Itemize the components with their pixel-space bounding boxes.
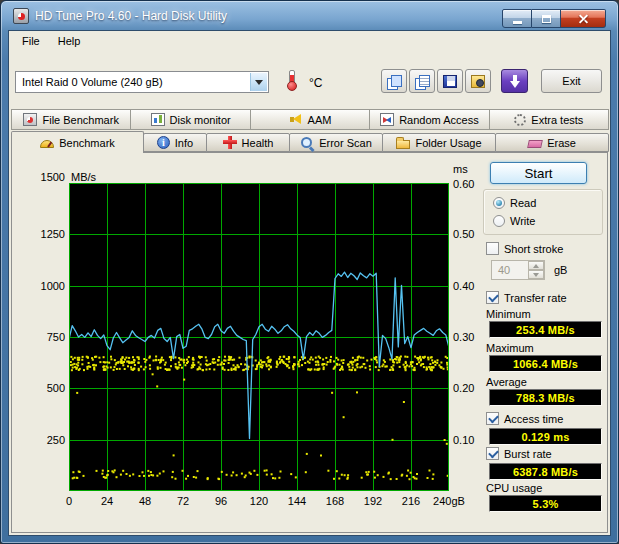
tab-info[interactable]: Info	[143, 133, 207, 152]
burst-rate-checkbox-control[interactable]	[486, 447, 499, 460]
write-radio-label: Write	[510, 215, 535, 227]
benchmark-icon	[40, 140, 54, 148]
tab-error-scan[interactable]: Error Scan	[289, 133, 383, 152]
window-title: HD Tune Pro 4.60 - Hard Disk Utility	[35, 9, 227, 23]
tab-label: Benchmark	[59, 137, 115, 149]
burst-rate-value: 6387.8 MB/s	[489, 463, 602, 480]
access-time-label: Access time	[504, 413, 563, 425]
minimize-icon	[513, 21, 522, 24]
access-time-checkbox-control[interactable]	[486, 412, 499, 425]
write-radio-control[interactable]	[493, 215, 505, 227]
average-value: 788.3 MB/s	[489, 389, 602, 406]
window: HD Tune Pro 4.60 - Hard Disk Utility Fil…	[0, 0, 619, 544]
read-radio-control[interactable]	[493, 197, 505, 209]
caption-buttons	[502, 9, 606, 28]
title-bar: HD Tune Pro 4.60 - Hard Disk Utility	[1, 1, 618, 31]
benchmark-control-panel: Start Read Write Short stroke 40 gB	[9, 31, 610, 535]
maximize-icon	[542, 15, 551, 23]
stepper-down-icon[interactable]	[528, 270, 544, 279]
write-radio[interactable]: Write	[493, 215, 535, 227]
tab-health[interactable]: Health	[206, 133, 290, 152]
mode-group	[483, 189, 603, 235]
maximum-label: Maximum	[486, 342, 534, 354]
tab-folder-usage[interactable]: Folder Usage	[382, 133, 496, 152]
access-time-checkbox[interactable]: Access time	[486, 412, 563, 425]
start-button[interactable]: Start	[490, 162, 587, 184]
average-label: Average	[486, 376, 527, 388]
tab-label: Folder Usage	[415, 137, 481, 149]
client-area: FileHelp Intel Raid 0 Volume (240 gB) °C…	[9, 31, 610, 535]
read-radio-label: Read	[510, 197, 536, 209]
tab-erase[interactable]: Erase	[495, 133, 609, 152]
app-icon	[13, 8, 29, 24]
tab-label: Error Scan	[319, 137, 372, 149]
short-stroke-checkbox-control[interactable]	[486, 242, 499, 255]
maximum-value: 1066.4 MB/s	[489, 355, 602, 372]
cpu-usage-value: 5.3%	[489, 495, 602, 512]
transfer-rate-checkbox-control[interactable]	[486, 291, 499, 304]
short-stroke-size-value: 40	[498, 264, 510, 276]
short-stroke-checkbox[interactable]: Short stroke	[486, 242, 563, 255]
short-stroke-size-stepper[interactable]	[528, 261, 544, 279]
folder-usage-icon	[396, 140, 410, 149]
minimum-label: Minimum	[486, 308, 531, 320]
short-stroke-unit-label: gB	[554, 264, 567, 276]
access-time-value: 0.129 ms	[489, 428, 602, 445]
minimize-button[interactable]	[502, 9, 532, 28]
transfer-rate-checkbox[interactable]: Transfer rate	[486, 291, 567, 304]
health-icon	[223, 136, 237, 149]
minimum-value: 253.4 MB/s	[489, 321, 602, 338]
burst-rate-checkbox[interactable]: Burst rate	[486, 447, 552, 460]
tab-label: Info	[175, 137, 193, 149]
tab-benchmark[interactable]: Benchmark	[11, 131, 144, 153]
tab-label: Erase	[547, 137, 576, 149]
error-scan-icon	[300, 136, 314, 149]
maximize-button[interactable]	[532, 9, 561, 28]
short-stroke-label: Short stroke	[504, 243, 563, 255]
transfer-rate-label: Transfer rate	[504, 292, 567, 304]
cpu-usage-label: CPU usage	[486, 482, 542, 494]
close-button[interactable]	[561, 9, 606, 28]
info-icon	[157, 136, 170, 149]
burst-rate-label: Burst rate	[504, 448, 552, 460]
main-tab-row: BenchmarkInfoHealthError ScanFolder Usag…	[11, 131, 608, 153]
read-radio[interactable]: Read	[493, 197, 536, 209]
tab-label: Health	[242, 137, 274, 149]
erase-icon	[527, 140, 543, 148]
stepper-up-icon[interactable]	[528, 261, 544, 270]
